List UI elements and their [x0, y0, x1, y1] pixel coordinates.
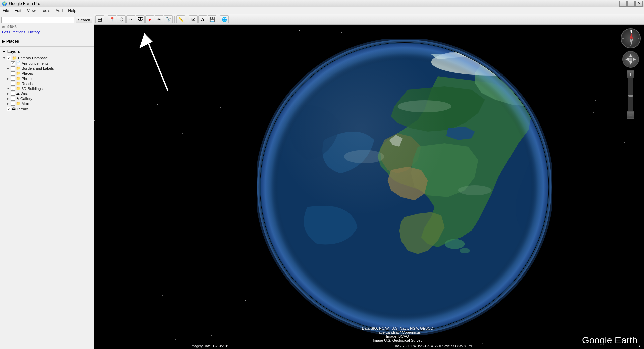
- star-dot: [582, 62, 583, 62]
- folder-icon-3d-buildings: 📁: [16, 86, 21, 91]
- star-dot: [211, 277, 212, 277]
- ruler-button[interactable]: 📏: [176, 15, 185, 23]
- star-dot: [211, 335, 212, 336]
- svg-marker-18: [629, 54, 632, 57]
- layer-terrain[interactable]: 🏔 Terrain: [3, 107, 92, 111]
- star-dot: [465, 196, 465, 197]
- get-directions-link[interactable]: Get Directions: [2, 30, 25, 34]
- label-3d-buildings: 3D Buildings: [22, 87, 43, 91]
- checkbox-more[interactable]: [11, 102, 15, 106]
- layer-more[interactable]: ▶ 📁 More: [3, 101, 92, 106]
- star-dot: [204, 264, 204, 265]
- star-dot: [590, 277, 591, 277]
- add-image-overlay-button[interactable]: 🖼: [136, 15, 145, 23]
- add-path-button[interactable]: 〰: [126, 15, 135, 23]
- zoom-in-button[interactable]: +: [627, 70, 634, 78]
- checkbox-announcements[interactable]: [11, 61, 15, 65]
- label-weather: Weather: [21, 92, 35, 96]
- checkbox-borders[interactable]: [11, 66, 15, 70]
- email-button[interactable]: ✉: [189, 15, 198, 23]
- star-dot: [125, 126, 125, 126]
- minimize-button[interactable]: ─: [619, 1, 627, 7]
- menu-file[interactable]: File: [0, 8, 12, 14]
- zoom-slider[interactable]: [628, 78, 633, 111]
- menu-view[interactable]: View: [24, 8, 38, 14]
- star-dot: [566, 68, 566, 69]
- star-dot: [292, 178, 292, 178]
- stars-background: [94, 25, 644, 349]
- close-button[interactable]: ✕: [635, 1, 643, 7]
- layer-primary-database[interactable]: ▼ 📁 Primary Database: [3, 55, 92, 61]
- star-dot: [175, 339, 176, 340]
- svg-marker-17: [630, 39, 633, 45]
- star-dot: [597, 58, 597, 59]
- switch-sky-button[interactable]: 🔭: [164, 15, 173, 23]
- menu-add[interactable]: Add: [53, 8, 65, 14]
- layer-gallery[interactable]: ▶ ★ Gallery: [3, 96, 92, 101]
- layer-places[interactable]: 📁 Places: [3, 71, 92, 76]
- star-dot: [245, 300, 246, 301]
- svg-marker-21: [633, 58, 636, 61]
- zoom-slider-thumb[interactable]: [628, 95, 633, 97]
- star-dot: [260, 258, 260, 258]
- layer-borders-labels[interactable]: ▶ 📁 Borders and Labels: [3, 66, 92, 71]
- search-button[interactable]: Search: [76, 17, 92, 23]
- menu-tools[interactable]: Tools: [38, 8, 53, 14]
- layer-roads[interactable]: 📁 Roads: [3, 81, 92, 86]
- star-dot: [526, 266, 526, 266]
- star-dot: [169, 228, 169, 229]
- star-dot: [601, 199, 601, 199]
- star-dot: [487, 340, 487, 340]
- checkbox-photos[interactable]: [11, 77, 15, 81]
- star-dot: [617, 243, 618, 243]
- checkbox-places[interactable]: [11, 71, 15, 76]
- print-button[interactable]: 🖨: [198, 15, 207, 23]
- layers-arrow: ▼: [2, 49, 6, 54]
- attribution-line2: Image Landsat / Copernicus: [362, 330, 433, 334]
- star-dot: [427, 201, 427, 201]
- search-input[interactable]: [1, 17, 74, 23]
- expand-weather: ▶: [7, 92, 10, 95]
- menu-edit[interactable]: Edit: [12, 8, 24, 14]
- checkbox-weather[interactable]: [11, 92, 15, 96]
- places-header[interactable]: ▶ Places: [1, 38, 92, 45]
- layer-weather[interactable]: ▶ ☁ Weather: [3, 91, 92, 96]
- layer-3d-buildings[interactable]: ▼ 📁 3D Buildings: [3, 86, 92, 91]
- compass-rose[interactable]: N S W E: [621, 28, 641, 48]
- show-sunlight-button[interactable]: ☀: [155, 15, 163, 23]
- layers-header[interactable]: ▼ Layers: [1, 48, 92, 55]
- menu-help[interactable]: Help: [65, 8, 79, 14]
- save-image-button[interactable]: 💾: [208, 15, 216, 23]
- checkbox-primary-db[interactable]: [7, 56, 11, 60]
- checkbox-roads[interactable]: [11, 82, 15, 86]
- title-bar-left: 🌍 Google Earth Pro: [0, 1, 40, 6]
- add-polygon-button[interactable]: ⬡: [117, 15, 126, 23]
- compass-west-label: W: [622, 37, 625, 40]
- expand-3d-buildings: ▼: [7, 87, 10, 90]
- star-dot: [593, 112, 594, 113]
- star-dot: [339, 189, 339, 189]
- layer-photos[interactable]: ▶ 📁 Photos: [3, 76, 92, 81]
- checkbox-3d-buildings[interactable]: [11, 87, 15, 91]
- map-area[interactable]: N S W E + ─: [94, 25, 644, 349]
- title-bar-controls: ─ □ ✕: [619, 1, 644, 7]
- title-bar: 🌍 Google Earth Pro ─ □ ✕: [0, 0, 644, 7]
- add-placemark-button[interactable]: 📍: [108, 15, 116, 23]
- star-dot: [396, 109, 396, 109]
- layer-announcements[interactable]: 📄 Announcements: [3, 61, 92, 66]
- checkbox-terrain[interactable]: [7, 107, 11, 111]
- web-button[interactable]: 🌐: [220, 15, 229, 23]
- sidebar-toggle-button[interactable]: ▤: [95, 15, 104, 23]
- history-link[interactable]: History: [28, 30, 40, 34]
- record-tour-button[interactable]: ●: [145, 15, 154, 23]
- pan-controls[interactable]: [622, 51, 639, 68]
- star-dot: [167, 318, 167, 318]
- nav-controls: N S W E + ─: [621, 28, 641, 119]
- checkbox-gallery[interactable]: [11, 97, 15, 101]
- star-dot: [640, 219, 640, 219]
- restore-button[interactable]: □: [627, 1, 635, 7]
- star-dot: [354, 244, 355, 245]
- zoom-out-button[interactable]: ─: [627, 111, 634, 119]
- star-dot: [237, 281, 237, 281]
- star-dot: [454, 36, 455, 36]
